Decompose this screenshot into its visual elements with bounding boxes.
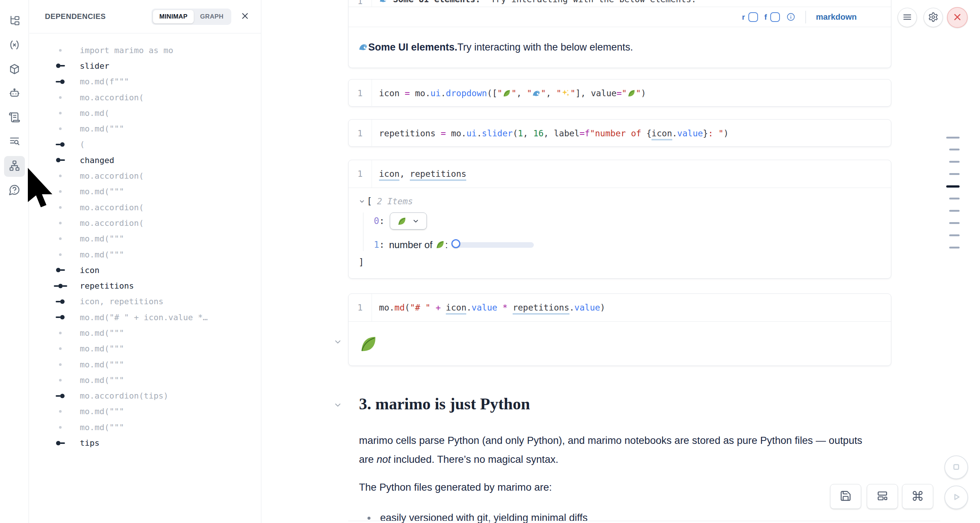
markdown-source[interactable]: Some UI elements. Try interacting with t… [372, 0, 697, 4]
markdown-cell-editor[interactable]: 1 Some UI elements. Try interacting with… [348, 0, 891, 7]
minimap-item[interactable]: mo.accordion(tips) [29, 388, 261, 404]
minimap-item[interactable]: mo.md(f""" [29, 74, 261, 89]
sidebar-item-variables[interactable] [4, 35, 25, 56]
info-icon[interactable] [786, 12, 795, 22]
graph-marker-in-icon [48, 142, 72, 147]
settings-icon [928, 12, 939, 23]
collapse-section-chevron[interactable] [333, 400, 342, 409]
rail-cell-marker[interactable] [949, 222, 959, 224]
tree-key: 1 [374, 239, 379, 250]
minimap-item[interactable]: mo.md(""" [29, 325, 261, 341]
minimap-graph-tabs: MINIMAPGRAPH [151, 8, 231, 25]
minimap-item[interactable]: mo.md( [29, 105, 261, 121]
markdown-heading-output [348, 322, 891, 366]
minimap-item[interactable]: icon [29, 262, 261, 278]
sidebar-item-dependency-graph[interactable] [4, 156, 25, 177]
graph-marker-out-icon [48, 158, 72, 162]
minimap-item[interactable]: mo.md(""" [29, 404, 261, 419]
rail-cell-marker[interactable] [949, 161, 959, 163]
rail-cell-marker[interactable] [949, 148, 959, 150]
minimap-item[interactable]: mo.md(""" [29, 121, 261, 136]
minimap-item-label: changed [80, 156, 115, 165]
stop-kernel-button[interactable] [944, 455, 968, 479]
repetitions-slider[interactable] [452, 239, 536, 250]
minimap-item[interactable]: mo.md(""" [29, 231, 261, 247]
minimap-item[interactable]: mo.md(""" [29, 341, 261, 357]
layout-icon [877, 490, 888, 503]
rail-cell-marker[interactable] [946, 137, 959, 139]
graph-marker-dot-icon [48, 222, 72, 224]
run-all-button[interactable] [944, 485, 968, 509]
sidebar-item-file-tree[interactable] [4, 11, 25, 32]
minimap-item-label: mo.accordion( [80, 203, 144, 212]
toggle-label-r: r [742, 13, 745, 22]
minimap-item[interactable]: ( [29, 137, 261, 152]
sidebar-item-package[interactable] [4, 59, 25, 80]
tree-key: 0 [374, 216, 379, 226]
notebook-menu-button[interactable] [897, 8, 917, 27]
rail-cell-marker-active[interactable] [946, 185, 959, 188]
leaf-emoji-icon [358, 334, 378, 354]
minimap-item[interactable]: mo.md(""" [29, 372, 261, 388]
minimap-item[interactable]: icon, repetitions [29, 294, 261, 309]
rail-cell-marker[interactable] [949, 198, 959, 199]
graph-marker-out-icon [48, 268, 72, 272]
minimap-item-label: import marimo as mo [80, 46, 173, 55]
sidebar-item-ai-assistant[interactable] [4, 84, 25, 104]
line-number: 1 [348, 120, 372, 147]
sidebar-item-snippets-search[interactable] [4, 132, 25, 153]
settings-button[interactable] [924, 8, 943, 27]
code-editor[interactable]: repetitions = mo.ui.slider(1, 16, label=… [372, 129, 729, 138]
toggle-checkbox-f[interactable] [770, 12, 780, 22]
code-editor[interactable]: icon, repetitions [372, 169, 466, 179]
cell-language-label[interactable]: markdown [816, 12, 857, 22]
minimap-item[interactable]: mo.accordion( [29, 168, 261, 183]
minimap-item[interactable]: slider [29, 58, 261, 73]
sidebar-item-help[interactable] [4, 180, 25, 201]
collapse-output-chevron[interactable] [333, 337, 342, 346]
icon-dropdown-select[interactable] [390, 212, 427, 230]
minimap-item[interactable]: changed [29, 152, 261, 168]
minimap-item[interactable]: mo.md(""" [29, 184, 261, 199]
shutdown-button[interactable] [947, 7, 968, 28]
wave-emoji-icon [532, 89, 541, 98]
code-editor[interactable]: icon = mo.ui.dropdown(["", "", ""], valu… [372, 88, 646, 98]
graph-marker-dot-icon [48, 238, 72, 240]
leaf-emoji-icon [627, 89, 636, 98]
tab-graph[interactable]: GRAPH [194, 10, 230, 23]
graph-marker-dot-icon [48, 379, 72, 381]
dropdown-selected-value [397, 216, 407, 226]
minimap-item[interactable]: mo.accordion( [29, 89, 261, 105]
minimap-item[interactable]: mo.md(""" [29, 419, 261, 435]
minimap-item[interactable]: tips [29, 435, 261, 451]
snippets-search-icon [8, 136, 21, 149]
minimap-item[interactable]: mo.accordion( [29, 215, 261, 231]
tree-collapse-caret[interactable] [359, 198, 365, 205]
tab-minimap[interactable]: MINIMAP [153, 10, 194, 23]
minimap-item[interactable]: mo.md(""" [29, 247, 261, 262]
sidebar-item-logs[interactable] [4, 108, 25, 129]
save-button[interactable] [830, 484, 861, 509]
rail-cell-marker[interactable] [949, 210, 959, 212]
minimap-item[interactable]: mo.accordion( [29, 199, 261, 215]
graph-marker-dot-icon [48, 96, 72, 99]
rail-cell-marker[interactable] [949, 247, 959, 249]
minimap-item-label: icon, repetitions [80, 297, 163, 306]
minimap-item[interactable]: repetitions [29, 278, 261, 293]
rail-cell-marker[interactable] [949, 173, 959, 175]
leaf-emoji-icon [435, 239, 445, 250]
close-panel-button[interactable] [239, 10, 251, 23]
toggle-checkbox-r[interactable] [748, 12, 758, 22]
minimap-item-label: mo.md(""" [80, 328, 124, 338]
keyboard-shortcuts-button[interactable] [902, 484, 933, 509]
minimap-item[interactable]: mo.md("# " + icon.value *… [29, 309, 261, 325]
minimap-item[interactable]: mo.md(""" [29, 357, 261, 372]
slider-track[interactable] [455, 242, 534, 248]
minimap-item[interactable]: import marimo as mo [29, 42, 261, 58]
sparkles-emoji-icon [561, 89, 570, 98]
code-editor[interactable]: mo.md("# " + icon.value * repetitions.va… [372, 303, 605, 313]
rail-cell-marker[interactable] [949, 234, 959, 236]
layout-select-button[interactable] [867, 484, 898, 509]
wave-emoji-icon [379, 0, 388, 4]
save-icon [840, 490, 851, 503]
